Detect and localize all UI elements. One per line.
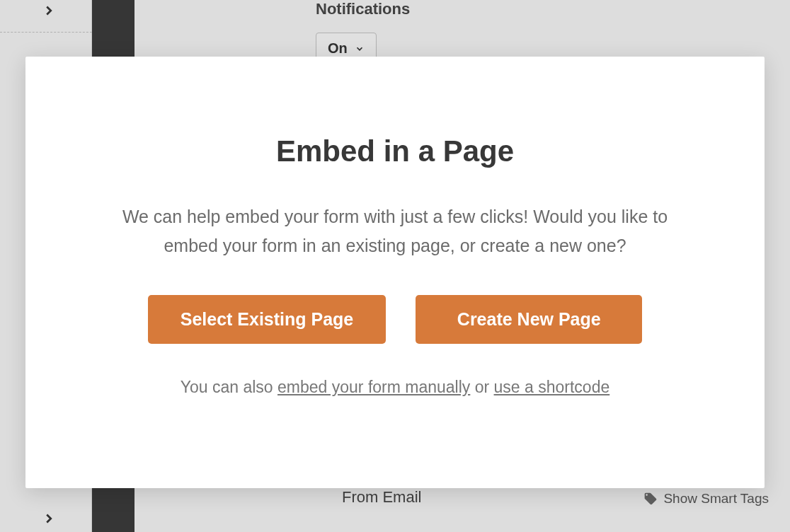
modal-description: We can help embed your form with just a …: [112, 202, 678, 261]
create-new-page-button[interactable]: Create New Page: [416, 295, 642, 344]
modal-title: Embed in a Page: [276, 134, 514, 168]
select-existing-page-button[interactable]: Select Existing Page: [148, 295, 387, 344]
footer-or: or: [470, 378, 493, 396]
embed-manually-link[interactable]: embed your form manually: [277, 378, 470, 396]
modal-footer: You can also embed your form manually or…: [181, 378, 609, 397]
modal-button-group: Select Existing Page Create New Page: [148, 295, 643, 344]
embed-modal: Embed in a Page We can help embed your f…: [25, 57, 765, 488]
footer-prefix: You can also: [181, 378, 277, 396]
use-shortcode-link[interactable]: use a shortcode: [494, 378, 610, 396]
